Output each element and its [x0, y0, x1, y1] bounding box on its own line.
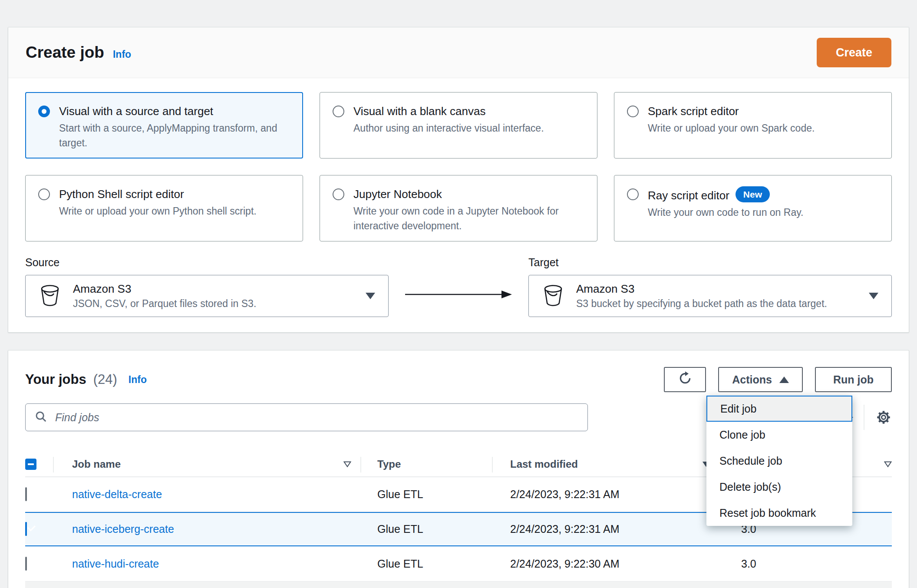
option-title: Ray script editorNew: [648, 186, 803, 204]
refresh-icon: [678, 371, 692, 388]
target-select[interactable]: Amazon S3 S3 bucket by specifying a buck…: [528, 275, 892, 317]
option-ray-script-editor[interactable]: Ray script editorNew Write your own code…: [614, 175, 892, 241]
sort-icon-outline: [884, 461, 892, 467]
row-checkbox[interactable]: [25, 487, 27, 501]
chevron-up-icon: [779, 377, 789, 383]
job-type: Glue ETL: [360, 488, 492, 501]
divider: [864, 405, 864, 430]
job-glue-version: 3.0: [712, 558, 892, 570]
option-description: Author using an interactive visual inter…: [353, 121, 544, 135]
option-description: Write or upload your own Spark code.: [648, 121, 815, 135]
create-job-info-link[interactable]: Info: [113, 49, 131, 60]
option-description: Write or upload your own Python shell sc…: [59, 204, 257, 218]
your-jobs-title: Your jobs: [25, 372, 86, 387]
job-last-modified: 2/24/2023, 9:22:30 AM: [492, 558, 712, 570]
radio-icon[interactable]: [627, 188, 639, 200]
create-button[interactable]: Create: [817, 38, 891, 67]
search-icon: [34, 410, 47, 425]
option-title: Spark script editor: [648, 103, 815, 119]
job-type: Glue ETL: [360, 558, 492, 570]
create-job-panel: Create job Info Create Visual with a sou…: [8, 27, 909, 333]
job-type-options: Visual with a source and target Start wi…: [8, 78, 909, 241]
option-title: Visual with a blank canvas: [353, 103, 544, 119]
column-header-last-modified[interactable]: Last modified: [492, 452, 712, 476]
option-title: Visual with a source and target: [59, 103, 290, 119]
job-last-modified: 2/24/2023, 9:22:31 AM: [492, 488, 712, 501]
row-checkbox[interactable]: [25, 557, 27, 571]
chevron-down-icon: [869, 293, 878, 299]
radio-icon[interactable]: [333, 106, 344, 117]
source-select-description: JSON, CSV, or Parquet files stored in S3…: [73, 298, 256, 310]
select-all-cell: [25, 452, 53, 476]
chevron-down-icon: [366, 293, 375, 299]
find-jobs-search[interactable]: [25, 403, 588, 431]
s3-bucket-icon: [542, 284, 564, 308]
option-description: Start with a source, ApplyMapping transf…: [59, 121, 290, 150]
radio-icon[interactable]: [38, 188, 50, 200]
s3-bucket-icon: [39, 284, 61, 308]
job-last-modified: 2/24/2023, 9:22:31 AM: [492, 523, 712, 535]
refresh-button[interactable]: [664, 367, 706, 392]
job-count: (24): [93, 372, 117, 387]
create-job-header: Create job Info Create: [8, 27, 909, 78]
source-target-row: Source Amazon S3 JSON, CSV, or Parquet f…: [8, 241, 909, 317]
menu-item-delete-jobs[interactable]: Delete job(s): [706, 474, 852, 500]
option-visual-source-target[interactable]: Visual with a source and target Start wi…: [25, 92, 303, 159]
option-visual-blank-canvas[interactable]: Visual with a blank canvas Author using …: [320, 92, 597, 159]
job-link[interactable]: native-delta-create: [72, 488, 162, 500]
your-jobs-info-link[interactable]: Info: [129, 374, 147, 386]
option-title: Python Shell script editor: [59, 186, 257, 202]
select-all-checkbox[interactable]: [25, 459, 36, 470]
option-description: Write your own code to run on Ray.: [648, 205, 803, 220]
radio-icon[interactable]: [627, 106, 639, 117]
radio-icon[interactable]: [333, 188, 344, 200]
source-select-title: Amazon S3: [73, 282, 256, 296]
job-type: Glue ETL: [360, 523, 492, 535]
option-spark-script-editor[interactable]: Spark script editor Write or upload your…: [614, 92, 892, 159]
row-checkbox-checked[interactable]: [25, 522, 27, 536]
source-to-target-arrow: [389, 289, 528, 300]
your-jobs-header: Your jobs (24) Info Actions R: [25, 350, 892, 392]
source-select[interactable]: Amazon S3 JSON, CSV, or Parquet files st…: [25, 275, 389, 317]
job-link[interactable]: native-hudi-create: [72, 558, 159, 570]
table-row: native-hudi-create Glue ETL 2/24/2023, 9…: [25, 547, 892, 581]
actions-button[interactable]: Actions: [718, 367, 803, 392]
option-title: Jupyter Notebook: [353, 186, 584, 202]
menu-item-clone-job[interactable]: Clone job: [706, 422, 852, 448]
target-select-description: S3 bucket by specifying a bucket path as…: [576, 298, 827, 310]
gear-icon: [876, 420, 891, 426]
option-jupyter-notebook[interactable]: Jupyter Notebook Write your own code in …: [320, 175, 597, 241]
job-link[interactable]: native-iceberg-create: [72, 523, 174, 535]
page-title: Create job: [26, 43, 104, 62]
new-badge: New: [736, 186, 770, 202]
target-label: Target: [528, 256, 892, 269]
search-input[interactable]: [54, 411, 579, 424]
source-label: Source: [25, 256, 389, 269]
target-select-title: Amazon S3: [576, 282, 827, 296]
actions-dropdown-menu: Edit job Clone job Schedule job Delete j…: [706, 396, 852, 526]
sort-icon-outline: [343, 461, 351, 467]
option-description: Write your own code in a Jupyter Noteboo…: [353, 204, 584, 233]
menu-item-edit-job[interactable]: Edit job: [706, 396, 852, 422]
radio-selected-icon[interactable]: [38, 106, 50, 117]
create-job-title-wrap: Create job Info: [26, 43, 131, 62]
column-header-job-name[interactable]: Job name: [53, 452, 360, 476]
menu-item-reset-job-bookmark[interactable]: Reset job bookmark: [706, 500, 852, 526]
option-python-shell-editor[interactable]: Python Shell script editor Write or uplo…: [25, 175, 303, 241]
column-header-type[interactable]: Type: [360, 452, 492, 476]
settings-button[interactable]: [876, 410, 891, 425]
menu-item-schedule-job[interactable]: Schedule job: [706, 448, 852, 474]
run-job-button[interactable]: Run job: [815, 367, 892, 392]
next-row-partial: [25, 581, 892, 588]
